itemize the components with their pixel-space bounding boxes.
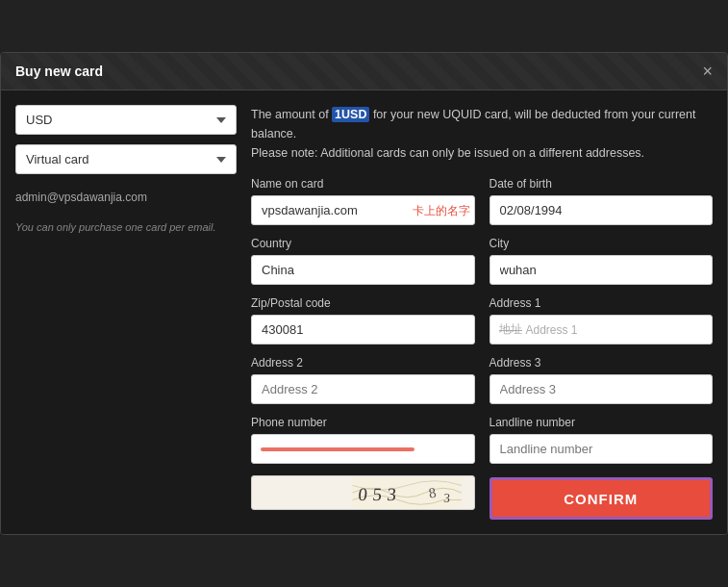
address1-input[interactable] <box>490 315 714 345</box>
address2-label: Address 2 <box>251 356 475 370</box>
country-label: Country <box>251 237 475 250</box>
address1-group: Address 1 地址 Address 1 <box>490 296 714 345</box>
address1-label: Address 1 <box>490 296 714 310</box>
address2-input[interactable] <box>251 374 475 404</box>
zip-label: Zip/Postal code <box>251 296 475 310</box>
info-text: The amount of 1USD for your new UQUID ca… <box>251 105 713 163</box>
dob-group: Date of birth <box>490 177 714 225</box>
dob-label: Date of birth <box>490 177 714 191</box>
address2-group: Address 2 <box>251 356 475 404</box>
card-type-select[interactable]: Virtual card <box>15 144 237 174</box>
zip-group: Zip/Postal code <box>251 296 475 345</box>
name-wrapper: 卡上的名字 <box>251 195 475 225</box>
right-panel: The amount of 1USD for your new UQUID ca… <box>251 105 713 520</box>
confirm-button[interactable]: CONFIRM <box>490 477 714 520</box>
dob-input[interactable] <box>490 195 714 225</box>
modal-title: Buy new card <box>15 64 103 79</box>
address3-group: Address 3 <box>490 356 714 404</box>
city-group: City <box>490 237 714 285</box>
captcha-group: 053 8 3 <box>251 475 475 520</box>
phone-wrapper <box>251 434 475 464</box>
phone-label: Phone number <box>251 416 475 429</box>
address3-label: Address 3 <box>490 356 714 370</box>
name-group: Name on card 卡上的名字 <box>251 177 475 225</box>
city-input[interactable] <box>490 255 714 285</box>
modal-header: Buy new card × <box>1 53 727 90</box>
amount-highlight: 1USD <box>332 107 369 122</box>
currency-select[interactable]: USD <box>15 105 237 135</box>
zip-input[interactable] <box>251 315 475 345</box>
city-label: City <box>490 237 714 250</box>
buy-card-modal: Buy new card × USD Virtual card admin@vp… <box>0 52 728 535</box>
email-note: You can only purchase one card per email… <box>15 220 237 235</box>
country-group: Country China <box>251 237 475 285</box>
phone-group: Phone number <box>251 416 475 464</box>
landline-input[interactable] <box>490 434 714 464</box>
form-grid: Name on card 卡上的名字 Date of birth Country <box>251 177 713 520</box>
confirm-group: CONFIRM <box>490 475 714 520</box>
close-button[interactable]: × <box>702 63 713 80</box>
address3-input[interactable] <box>490 374 714 404</box>
landline-label: Landline number <box>490 416 714 429</box>
captcha-input[interactable] <box>252 479 474 507</box>
redact-line <box>261 447 414 451</box>
phone-redact <box>251 434 475 464</box>
left-panel: USD Virtual card admin@vpsdawanjia.com Y… <box>15 105 237 520</box>
address1-wrapper: 地址 Address 1 <box>490 315 714 345</box>
modal-body: USD Virtual card admin@vpsdawanjia.com Y… <box>1 90 727 534</box>
email-display: admin@vpsdawanjia.com <box>15 184 237 211</box>
country-wrapper: China <box>251 255 475 285</box>
name-input[interactable] <box>251 195 475 225</box>
captcha-wrapper: 053 8 3 <box>251 475 475 510</box>
landline-group: Landline number <box>490 416 714 464</box>
country-select[interactable]: China <box>251 255 475 285</box>
name-label: Name on card <box>251 177 475 191</box>
